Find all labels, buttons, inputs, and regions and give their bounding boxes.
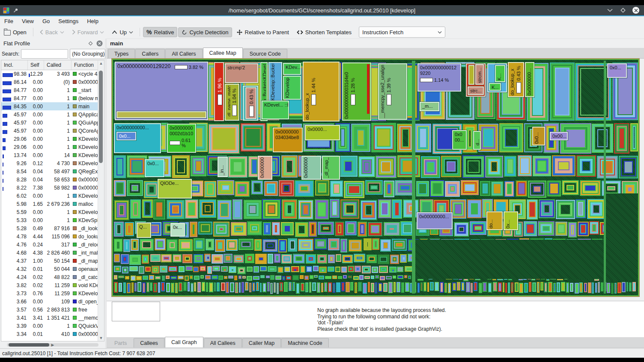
treemap-block[interactable] [381, 161, 391, 172]
treemap-block[interactable] [144, 181, 159, 198]
treemap-block[interactable] [375, 275, 379, 279]
treemap-block[interactable] [217, 282, 220, 291]
treemap-block[interactable] [142, 255, 149, 264]
table-row[interactable]: 8.227.3858 9820x0000000 [1, 184, 98, 192]
treemap-block[interactable] [402, 129, 409, 147]
treemap-block[interactable] [253, 183, 261, 192]
treemap-block[interactable] [281, 222, 294, 235]
treemap-block[interactable] [470, 202, 479, 215]
treemap-block[interactable] [265, 202, 278, 217]
treemap-block[interactable] [532, 282, 536, 292]
treemap-block[interactable] [597, 129, 608, 147]
treemap-block[interactable] [232, 269, 233, 271]
treemap-block[interactable] [283, 256, 290, 261]
treemap-block[interactable] [371, 276, 374, 279]
relative-toggle[interactable]: % Relative [143, 27, 177, 37]
float-icon[interactable] [88, 41, 93, 46]
open-button[interactable]: Open [0, 27, 30, 37]
scroll-up-icon[interactable]: ▲ [98, 61, 104, 66]
treemap-block[interactable] [233, 161, 242, 172]
treemap-block[interactable] [241, 123, 265, 151]
treemap-block[interactable] [242, 242, 250, 247]
treemap-block[interactable] [374, 125, 394, 150]
treemap-cell[interactable]: KDevelop::Buc... [283, 76, 301, 100]
treemap-block[interactable] [233, 255, 244, 263]
treemap-block[interactable] [351, 124, 370, 152]
treemap-block[interactable] [125, 276, 129, 279]
treemap-block[interactable] [245, 282, 248, 291]
treemap-block[interactable] [207, 257, 209, 259]
treemap-block[interactable] [553, 283, 556, 292]
treemap-block[interactable] [378, 255, 389, 264]
treemap-block[interactable] [426, 162, 435, 172]
treemap-block[interactable] [245, 128, 261, 147]
tab-all-callers[interactable]: All Callers [165, 49, 202, 58]
treemap-block[interactable] [116, 268, 119, 270]
treemap-cell[interactable]: 0x0000000034034be8 [273, 128, 303, 152]
treemap-block[interactable] [597, 156, 618, 178]
treemap-block[interactable] [360, 200, 377, 220]
table-row[interactable]: 3.570.562 863 813free [1, 306, 98, 314]
treemap-block[interactable] [361, 159, 372, 174]
treemap-block[interactable] [131, 239, 139, 251]
treemap-block[interactable] [212, 266, 220, 271]
treemap-block[interactable] [394, 282, 396, 292]
treemap-block[interactable] [217, 180, 234, 195]
up-button[interactable]: Up [108, 27, 137, 37]
treemap-block[interactable] [348, 266, 354, 272]
treemap-cell[interactable]: Q... [137, 223, 151, 238]
treemap-block[interactable] [313, 266, 319, 271]
treemap-block[interactable] [133, 241, 137, 249]
treemap-block[interactable] [360, 224, 364, 234]
treemap-block[interactable] [158, 282, 160, 293]
treemap-block[interactable] [212, 275, 218, 279]
grouping-select[interactable]: (No Grouping) [70, 49, 105, 59]
treemap-block[interactable] [604, 183, 618, 193]
treemap-block[interactable] [167, 200, 185, 219]
table-row[interactable]: 4.784.44115 096do_lookup [1, 232, 98, 240]
treemap-block[interactable] [578, 202, 583, 216]
treemap-block[interactable] [315, 199, 329, 220]
treemap-block[interactable] [129, 182, 141, 194]
treemap-block[interactable] [258, 257, 264, 261]
treemap-cell[interactable]: 0x0000... [305, 125, 340, 140]
treemap-block[interactable] [338, 225, 341, 233]
treemap-block[interactable] [283, 157, 295, 175]
treemap-block[interactable] [533, 186, 541, 193]
treemap-block[interactable] [153, 199, 165, 220]
treemap-block[interactable] [287, 205, 292, 214]
treemap-block[interactable] [400, 254, 407, 263]
treemap-block[interactable] [417, 126, 429, 150]
treemap-block[interactable] [131, 160, 143, 173]
horizontal-scrollbar[interactable]: ◀ ▶ [1, 342, 104, 347]
treemap-block[interactable] [322, 270, 324, 271]
treemap-block[interactable] [200, 275, 204, 279]
treemap-block[interactable] [292, 282, 295, 291]
treemap-block[interactable] [126, 242, 128, 249]
treemap-block[interactable] [295, 222, 308, 237]
callee-map[interactable]: 0x00000000001292203.82 %_dl_map_object1.… [111, 58, 640, 297]
table-row[interactable]: 4.760.24317_dl_reloca [1, 240, 98, 249]
treemap-block[interactable] [114, 180, 126, 196]
treemap-block[interactable] [177, 160, 185, 173]
treemap-block[interactable] [340, 239, 347, 252]
treemap-block[interactable] [114, 275, 117, 279]
treemap-block[interactable] [578, 222, 589, 236]
treemap-block[interactable] [116, 202, 127, 218]
treemap-block[interactable] [394, 202, 400, 216]
treemap-cell[interactable]: do... [486, 211, 503, 230]
treemap-cell[interactable]: _in... [218, 157, 228, 177]
treemap-block[interactable] [515, 282, 519, 292]
treemap-block[interactable] [432, 183, 442, 194]
treemap-block[interactable] [260, 275, 265, 278]
table-row[interactable]: 8.540.0458 497QRegExp:: [1, 167, 98, 175]
treemap-block[interactable] [480, 181, 490, 196]
treemap-block[interactable] [274, 254, 280, 263]
treemap-block[interactable] [384, 181, 394, 197]
treemap-block[interactable] [535, 158, 549, 174]
treemap-block[interactable] [320, 224, 331, 232]
table-row[interactable]: 3.340.014100x0000000 [1, 330, 98, 338]
treemap-block[interactable] [390, 228, 394, 230]
treemap-block[interactable] [407, 268, 411, 270]
treemap-block[interactable] [377, 128, 391, 147]
